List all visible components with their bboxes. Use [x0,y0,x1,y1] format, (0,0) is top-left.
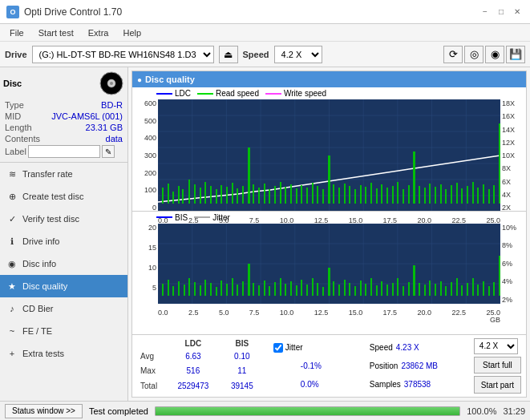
bottom-chart-svg [158,224,500,304]
svg-rect-59 [360,185,362,204]
burn-button[interactable]: ◉ [485,46,504,63]
nav-create-test-disc[interactable]: ⊕ Create test disc [0,185,127,208]
svg-rect-133 [264,281,265,296]
start-speed-selector[interactable]: 4.2 X [474,338,518,354]
disc-contents-value: data [106,134,123,143]
svg-rect-48 [301,185,302,204]
svg-rect-143 [317,283,318,296]
disc-label-button[interactable]: ✎ [102,145,115,158]
bottom-chart-legend: BIS Jitter [132,212,526,224]
drive-toolbar: Drive (G:) HL-DT-ST BD-RE WH16NS48 1.D3 … [0,42,530,67]
status-window-button[interactable]: Status window >> [5,404,83,418]
menu-file[interactable]: File [3,26,30,39]
svg-rect-42 [269,189,270,204]
avg-jitter-row: -0.1% [273,361,360,370]
menu-bar: File Start test Extra Help [0,24,530,42]
status-percent: 100.0% [467,406,496,416]
speed-row: Speed 4.23 X [370,343,464,352]
close-button[interactable]: ✕ [511,6,524,18]
svg-rect-123 [210,283,212,296]
nav-fe-te[interactable]: ~ FE / TE [0,320,127,342]
nav-disc-quality[interactable]: ★ Disc quality [0,275,127,297]
svg-rect-146 [333,281,334,296]
sidebar: Disc Type BD-R MID JVC-AMS6L (001) Lengt… [0,67,128,401]
menu-start-test[interactable]: Start test [32,26,80,39]
nav-cd-bier[interactable]: ♪ CD Bier [0,297,127,320]
menu-help[interactable]: Help [116,26,148,39]
disc-label-input[interactable] [28,145,100,158]
drive-info-icon: ℹ [6,236,18,247]
svg-rect-122 [204,280,206,296]
nav-disc-info-label: Disc info [22,259,56,269]
top-chart-legend: LDC Read speed Write speed [132,87,526,99]
svg-rect-165 [435,284,436,296]
ldc-legend-color [156,93,172,95]
svg-rect-126 [226,284,228,296]
disc-mid-value: JVC-AMS6L (001) [51,111,123,121]
svg-rect-39 [253,184,254,204]
svg-rect-137 [285,284,286,296]
top-chart-y-right: 18X 16X 14X 12X 10X 8X 6X 4X 2X [502,99,526,212]
speed-value: 4.23 X [396,343,419,352]
position-value: 23862 MB [401,361,438,370]
svg-rect-60 [365,187,366,204]
main-layout: Disc Type BD-R MID JVC-AMS6L (001) Lengt… [0,67,530,401]
svg-rect-49 [306,188,308,204]
read-legend-label: Read speed [216,89,259,98]
chart-panel: ● Disc quality LDC Read speed [131,71,527,398]
svg-rect-41 [264,184,265,204]
toolbar-icons: ⟳ ◎ ◉ 💾 [443,46,525,63]
avg-jitter-value: -0.1% [301,361,322,370]
jitter-legend-label: Jitter [212,213,230,222]
menu-extra[interactable]: Extra [82,26,115,39]
nav-transfer-rate[interactable]: ≋ Transfer rate [0,163,127,185]
svg-rect-148 [344,280,346,296]
svg-rect-66 [397,182,399,204]
speed-selector[interactable]: 4.2 X [274,46,322,63]
svg-rect-154 [376,285,378,296]
start-full-button[interactable]: Start full [474,357,521,374]
top-chart-y-left: 600 500 400 300 200 100 0 [134,99,156,212]
svg-rect-79 [467,186,468,204]
refresh-button[interactable]: ⟳ [443,46,463,63]
svg-rect-139 [296,285,297,296]
save-button[interactable]: 💾 [506,46,525,63]
svg-rect-118 [184,285,185,296]
nav-fe-te-label: FE / TE [22,326,52,336]
svg-rect-74 [440,184,442,204]
svg-rect-128 [237,285,238,296]
max-label: Max [137,364,166,379]
jitter-checkbox[interactable] [273,343,283,353]
svg-rect-164 [429,281,431,296]
nav-disc-info[interactable]: ◉ Disc info [0,252,127,275]
eject-button[interactable]: ⏏ [219,46,238,63]
maximize-button[interactable]: □ [495,6,508,18]
drive-selector[interactable]: (G:) HL-DT-ST BD-RE WH16NS48 1.D3 [32,46,214,63]
bottom-chart-y-right: 10% 8% 6% 4% 2% [502,224,526,304]
minimize-button[interactable]: − [479,6,492,18]
nav-verify-test-disc[interactable]: ✓ Verify test disc [0,208,127,230]
svg-rect-44 [280,182,281,204]
max-bis: 11 [220,364,264,379]
stats-table: LDC BIS Avg 6.63 0.10 Max [137,338,264,394]
start-part-button[interactable]: Start part [474,376,521,394]
avg-label: Avg [137,349,166,364]
nav-drive-info[interactable]: ℹ Drive info [0,230,127,252]
max-ldc: 516 [166,364,220,379]
nav-section: ≋ Transfer rate ⊕ Create test disc ✓ Ver… [0,163,127,401]
svg-rect-171 [467,283,468,296]
charts-container: LDC Read speed Write speed [132,87,526,397]
stats-max-row: Max 516 11 [137,364,264,379]
disc-button[interactable]: ◎ [464,46,483,63]
svg-rect-54 [333,184,334,204]
nav-extra-tests[interactable]: + Extra tests [0,342,127,365]
disc-length-row: Length 23.31 GB [3,122,124,133]
disc-section: Disc Type BD-R MID JVC-AMS6L (001) Lengt… [0,67,127,163]
bottom-chart-x-axis: 0.0 2.5 5.0 7.5 10.0 12.5 15.0 17.5 20.0… [158,309,500,317]
svg-rect-157 [392,283,394,296]
nav-create-test-disc-label: Create test disc [22,192,83,201]
svg-rect-45 [285,187,286,204]
stats-row: LDC BIS Avg 6.63 0.10 Max [132,334,526,397]
svg-rect-47 [296,188,297,204]
svg-rect-64 [386,188,388,204]
